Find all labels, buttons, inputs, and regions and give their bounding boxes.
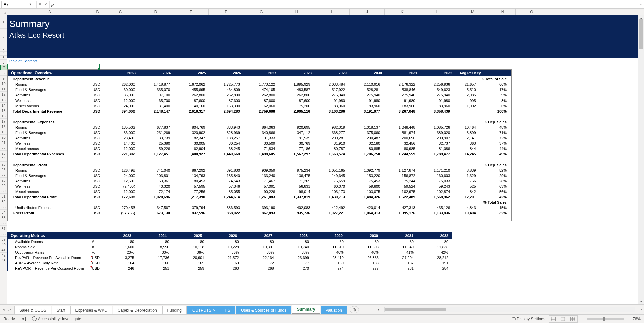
page-break-view-button[interactable] (568, 316, 577, 322)
formula-bar-expand-icon[interactable]: ⌄ (638, 0, 644, 8)
row-header-28[interactable]: 28 (0, 178, 7, 183)
col-header-O[interactable]: O (516, 9, 548, 15)
col-header-B[interactable]: B (92, 9, 103, 15)
sheet-tab[interactable]: Valuation (321, 306, 347, 314)
row-header-4[interactable]: 4 (0, 52, 7, 56)
zoom-level[interactable]: 76% (633, 317, 641, 321)
display-settings-button[interactable]: 🖵 Display Settings (512, 317, 545, 321)
row-header-42[interactable]: 42 (0, 253, 7, 258)
row-header-11[interactable]: 11 (0, 86, 7, 92)
row-header-13[interactable]: 13 (0, 97, 7, 103)
row-header-21[interactable]: 21 (0, 140, 7, 145)
page-layout-view-button[interactable] (558, 316, 568, 322)
tab-nav-more-icon[interactable]: … (5, 307, 9, 312)
row-header-40[interactable]: 40 (0, 242, 7, 247)
scroll-down-icon[interactable]: ▼ (638, 299, 644, 304)
row-header-2[interactable]: 2 (0, 29, 7, 45)
row-header-31[interactable]: 31 (0, 194, 7, 199)
row-header-1[interactable]: 1 (0, 15, 7, 29)
row-header-8[interactable]: 8 (0, 70, 7, 76)
row-header-17[interactable]: 17 (0, 119, 7, 124)
sheet-tab[interactable]: Uses & Sources of Funds (236, 306, 291, 314)
row-header-15[interactable]: 15 (0, 108, 7, 113)
col-header-H[interactable]: H (279, 9, 314, 15)
zoom-slider-knob[interactable] (603, 317, 605, 321)
accept-formula-icon[interactable]: ✓ (43, 1, 50, 8)
tab-nav-buttons[interactable]: ◂ … ▸ (0, 307, 14, 312)
select-all-corner[interactable] (0, 9, 7, 15)
vertical-scrollbar[interactable]: ▲ ▼ (638, 15, 644, 304)
sheet-tab[interactable]: Summary (292, 305, 320, 314)
hscroll-thumb[interactable] (385, 308, 446, 311)
col-header-I[interactable]: I (314, 9, 350, 15)
row-header-20[interactable]: 20 (0, 135, 7, 140)
row-header-27[interactable]: 27 (0, 172, 7, 178)
new-sheet-button[interactable]: ⊕ (350, 306, 359, 313)
row-header-12[interactable]: 12 (0, 92, 7, 97)
tab-nav-last-icon[interactable]: ▸ (10, 307, 12, 312)
row-header-33[interactable]: 33 (0, 204, 7, 210)
row-header-3[interactable]: 3 (0, 45, 7, 52)
col-header-K[interactable]: K (385, 9, 420, 15)
col-header-D[interactable]: D (138, 9, 173, 15)
row-header-35[interactable]: 35 (0, 215, 7, 220)
zoom-in-button[interactable]: + (627, 317, 629, 321)
macro-record-icon[interactable] (21, 317, 26, 321)
accessibility-status[interactable]: Accessibility: Investigate (32, 316, 82, 321)
horizontal-scrollbar[interactable] (384, 307, 635, 312)
row-header-24[interactable]: 24 (0, 156, 7, 162)
col-header-C[interactable]: C (103, 9, 138, 15)
row-header-16[interactable]: 16 (0, 113, 7, 119)
tab-nav-first-icon[interactable]: ◂ (3, 307, 5, 312)
row-header-19[interactable]: 19 (0, 129, 7, 135)
col-header-F[interactable]: F (209, 9, 244, 15)
row-header-22[interactable]: 22 (0, 145, 7, 151)
sheet-tab[interactable]: OUTPUTS > (187, 306, 220, 314)
cancel-formula-icon[interactable]: ✕ (36, 1, 43, 8)
row-header-43[interactable]: 43 (0, 258, 7, 263)
sheet-tab[interactable]: Staff (52, 306, 70, 314)
row-header-10[interactable]: 10 (0, 81, 7, 86)
scrollbar-thumb[interactable] (639, 19, 643, 49)
row-header-29[interactable]: 29 (0, 183, 7, 188)
col-header-L[interactable]: L (420, 9, 455, 15)
row-header-41[interactable]: 41 (0, 247, 7, 253)
row-header-18[interactable]: 18 (0, 124, 7, 129)
col-header-E[interactable]: E (173, 9, 209, 15)
col-header-N[interactable]: N (490, 9, 516, 15)
col-header-J[interactable]: J (350, 9, 385, 15)
row-header-30[interactable]: 30 (0, 188, 7, 194)
sheet-tab[interactable]: Sales & COGS (14, 306, 51, 314)
row-header-14[interactable]: 14 (0, 103, 7, 108)
row-header-7[interactable]: 7 (0, 65, 7, 70)
col-header-M[interactable]: M (455, 9, 490, 15)
row-header-37[interactable]: 37 (0, 226, 7, 231)
hscroll-left-icon[interactable]: ◂ (376, 308, 381, 311)
fx-icon[interactable]: fx (50, 1, 56, 8)
name-box-dropdown-icon[interactable]: ▼ (29, 3, 32, 6)
row-header-23[interactable]: 23 (0, 151, 7, 156)
toc-link[interactable]: Table of Contents (7, 58, 644, 64)
cells-area[interactable]: Summary Atlas Eco Resort Table of Conten… (7, 15, 644, 304)
formula-input[interactable] (56, 1, 638, 8)
col-header-A[interactable]: A (7, 9, 92, 15)
row-header-6[interactable]: 6 (0, 60, 7, 65)
zoom-out-button[interactable]: − (581, 317, 583, 321)
name-box[interactable]: A7 ▼ (1, 1, 34, 8)
sheet-tab[interactable]: Capex & Depreciation (113, 306, 162, 314)
row-header-38[interactable]: 38 (0, 231, 7, 237)
hscroll-right-icon[interactable]: ▸ (639, 308, 644, 311)
row-header-9[interactable]: 9 (0, 76, 7, 81)
sheet-tab[interactable]: Funding (162, 306, 187, 314)
row-header-5[interactable]: 5 (0, 56, 7, 60)
sheet-tab[interactable]: Expenses & WKC (70, 306, 112, 314)
active-cell[interactable] (7, 64, 100, 69)
row-header-36[interactable]: 36 (0, 220, 7, 226)
normal-view-button[interactable] (549, 316, 558, 322)
row-header-26[interactable]: 26 (0, 167, 7, 172)
row-header-32[interactable]: 32 (0, 199, 7, 204)
zoom-slider[interactable] (587, 318, 624, 320)
row-header-34[interactable]: 34 (0, 210, 7, 215)
sheet-tab[interactable]: FS (220, 306, 235, 314)
row-header-39[interactable]: 39 (0, 237, 7, 242)
